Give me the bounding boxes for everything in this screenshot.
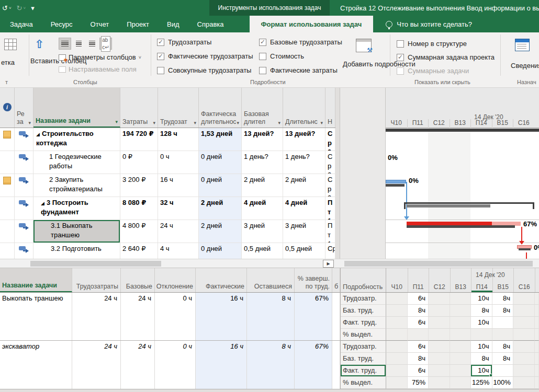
detail-cell[interactable]	[429, 317, 450, 329]
detail-cell[interactable]	[450, 377, 471, 389]
detail-cell[interactable]: 6ч	[408, 317, 429, 329]
duration-cell[interactable]: 3 дней	[283, 220, 325, 243]
row-name[interactable]: экскаватор	[0, 341, 72, 389]
actual-cell[interactable]: 16 ч	[196, 341, 247, 389]
detail-cell[interactable]	[429, 293, 450, 305]
detail-row-label[interactable]: Факт. труд.	[341, 317, 386, 329]
task-name-cell[interactable]: ◢3 Построить фундамент	[33, 197, 120, 220]
checkbox-project-summary-task[interactable]: Суммарная задача проекта	[397, 53, 495, 61]
duration-cell[interactable]: 0,5 дней	[283, 243, 325, 260]
task-name-cell-selected[interactable]: 3.1 Выкопать траншею	[33, 220, 120, 243]
variance-cell[interactable]: 0 ч	[155, 341, 196, 389]
detail-cell[interactable]	[492, 329, 514, 341]
detail-cell[interactable]: 10ч	[471, 317, 492, 329]
start-cell[interactable]: Ср 09	[325, 128, 335, 151]
cost-column-header[interactable]: Затраты▾	[120, 88, 158, 128]
work-column-header[interactable]: Трудозат▾	[158, 88, 199, 128]
filter-caret-icon[interactable]: ▾	[278, 120, 280, 125]
usage-row-resource[interactable]: экскаватор 24 ч 24 ч 0 ч 16 ч 8 ч 67%	[0, 341, 340, 389]
task-row-summary-project[interactable]: ◢Строительство коттеджа 194 720 ₽ 128 ч …	[0, 128, 335, 151]
actual-column-header[interactable]: Фактические	[196, 268, 247, 292]
detail-cell[interactable]	[450, 305, 471, 317]
detail-cell[interactable]: 125%	[471, 377, 492, 389]
detail-cell[interactable]	[450, 329, 471, 341]
detail-cell[interactable]: 6ч	[408, 365, 429, 377]
actual-duration-cell[interactable]: 2 дней	[199, 197, 242, 220]
column-options-button[interactable]: Параметры столбцов ˅	[59, 53, 141, 61]
gantt-bar-dig-actual[interactable]	[407, 225, 515, 228]
gridlines-icon[interactable]	[4, 39, 17, 50]
remaining-cell[interactable]: 8 ч	[247, 341, 295, 389]
detail-cell[interactable]	[492, 365, 514, 377]
duration-column-header[interactable]: Длительнс▾	[283, 88, 325, 128]
checkbox-baseline-work[interactable]: Базовые трудозатраты	[259, 38, 342, 46]
detail-cell[interactable]	[513, 305, 535, 317]
detail-cell[interactable]	[513, 317, 535, 329]
day-header[interactable]: Ч10	[386, 268, 408, 292]
task-row-purchase[interactable]: 2 Закупить стройматериалы 3 200 ₽ 16 ч 0…	[0, 174, 335, 197]
detail-cell[interactable]: 8ч	[408, 305, 429, 317]
detail-cell[interactable]: 8ч	[492, 353, 514, 365]
detail-cell[interactable]	[429, 341, 450, 353]
task-name-column-header[interactable]: Название задачи▾	[33, 88, 120, 128]
collapse-icon[interactable]: ◢	[41, 201, 44, 206]
task-name-cell[interactable]: 3.2 Подготовить	[33, 243, 120, 260]
actual-cell[interactable]: 16 ч	[196, 293, 247, 340]
detail-cell[interactable]: 100%	[492, 377, 514, 389]
actual-duration-column-header[interactable]: Фактическа длительнос▾	[199, 88, 242, 128]
detail-cell[interactable]: 10ч	[471, 341, 492, 353]
start-cell[interactable]: Ср	[325, 243, 335, 260]
detail-cell[interactable]	[513, 341, 535, 353]
work-cell[interactable]: 16 ч	[158, 174, 199, 197]
filter-caret-icon[interactable]: ▾	[28, 120, 31, 125]
task-row-prepare[interactable]: 3.2 Подготовить 2 640 ₽ 4 ч 0 дней 0,5 д…	[0, 243, 335, 260]
details-column-header[interactable]: Подробность	[341, 268, 386, 292]
tab-task[interactable]: Задача	[1, 16, 42, 32]
tab-format-active[interactable]: Формат использования задач	[250, 16, 374, 32]
work-cell[interactable]: 0 ч	[158, 151, 199, 174]
work-column-header[interactable]: Трудозатраты	[72, 268, 121, 292]
filter-caret-icon[interactable]: ▾	[153, 120, 155, 125]
detail-cell[interactable]: 8ч	[492, 305, 514, 317]
checkbox-outline-number[interactable]: Номер в структуре	[397, 40, 467, 48]
detail-cell[interactable]	[429, 329, 450, 341]
information-button[interactable]: Сведения	[511, 62, 539, 70]
checkbox-cumulative-work[interactable]: Совокупные трудозатраты	[157, 66, 251, 74]
day-header[interactable]: С12	[429, 268, 450, 292]
cost-cell[interactable]: 194 720 ₽	[120, 128, 158, 151]
cost-cell[interactable]: 0 ₽	[120, 151, 158, 174]
duration-cell[interactable]: 4 дней	[283, 197, 325, 220]
detail-cell[interactable]: 8ч	[492, 293, 514, 305]
detail-cell[interactable]: 8ч	[471, 305, 492, 317]
variance-column-header[interactable]: Отклонение	[155, 268, 196, 292]
baseline-duration-column-header[interactable]: Базовая длител▾	[242, 88, 283, 128]
start-cell[interactable]: Ср 09	[325, 174, 335, 197]
remaining-column-header[interactable]: Оставшиеся	[247, 268, 295, 292]
work-cell[interactable]: 24 ч	[72, 293, 121, 340]
detail-row-label[interactable]: % выдел.	[341, 329, 386, 341]
baseline-duration-cell[interactable]: 13 дней?	[242, 128, 283, 151]
work-cell[interactable]: 24 ч	[158, 220, 199, 243]
detail-cell[interactable]	[513, 377, 535, 389]
align-right-button[interactable]	[86, 38, 98, 50]
tab-resource[interactable]: Ресурс	[42, 16, 82, 32]
customize-qat-icon[interactable]: ▾	[31, 4, 35, 12]
redo-icon[interactable]: ↻˅	[17, 4, 26, 12]
detail-cell-selected[interactable]: 10ч	[471, 365, 492, 377]
cut-column-header[interactable]: б	[332, 268, 340, 292]
info-column-header[interactable]: i	[0, 88, 15, 128]
task-name-cell[interactable]: 1 Геодезические работы	[33, 151, 120, 174]
baseline-duration-cell[interactable]: 4 дней	[242, 197, 283, 220]
detail-cell[interactable]	[386, 341, 408, 353]
filter-caret-icon[interactable]: ▾	[237, 120, 239, 125]
task-name-cell[interactable]: 2 Закупить стройматериалы	[33, 174, 120, 197]
work-cell[interactable]: 24 ч	[72, 341, 121, 389]
usage-row-task[interactable]: Выкопать траншею 24 ч 24 ч 0 ч 16 ч 8 ч …	[0, 293, 340, 341]
task-row-foundation[interactable]: ◢3 Построить фундамент 8 080 ₽ 32 ч 2 дн…	[0, 197, 335, 220]
baseline-duration-cell[interactable]: 1 день?	[242, 151, 283, 174]
right-hscroll-thumb[interactable]	[344, 261, 533, 267]
detail-cell[interactable]	[450, 365, 471, 377]
pane-splitter[interactable]	[335, 88, 340, 259]
detail-cell[interactable]	[513, 329, 535, 341]
detail-cell[interactable]	[386, 305, 408, 317]
